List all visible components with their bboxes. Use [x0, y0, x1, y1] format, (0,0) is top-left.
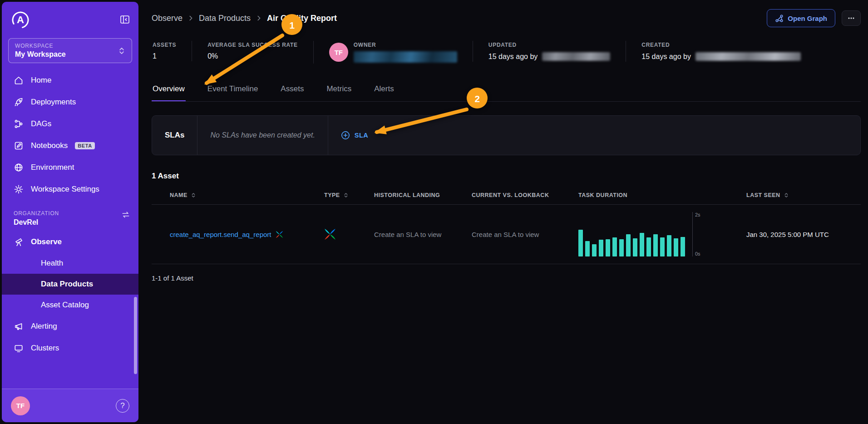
telescope-icon	[14, 237, 24, 247]
asset-count: 1 Asset	[152, 172, 861, 181]
dag-branch-icon	[14, 119, 24, 129]
column-header-historical-landing: HISTORICAL LANDING	[374, 186, 472, 204]
sidebar-item-notebooks[interactable]: Notebooks BETA	[2, 135, 138, 157]
logo-letter: A	[17, 14, 24, 25]
workspace-label: WORKSPACE	[15, 43, 66, 49]
task-duration-bars	[578, 212, 693, 256]
sidebar-footer: TF ?	[2, 389, 138, 422]
chevron-updown-icon	[118, 46, 125, 55]
help-icon[interactable]: ?	[116, 399, 129, 413]
stat-label: CREATED	[641, 42, 801, 48]
tab-assets[interactable]: Assets	[280, 79, 305, 101]
organization-label: ORGANIZATION	[14, 210, 59, 217]
stat-label: UPDATED	[488, 42, 611, 48]
updated-value: 15 days ago by	[488, 53, 538, 61]
stat-owner: TF OWNER	[313, 41, 473, 64]
duration-bar	[578, 230, 583, 256]
duration-bar	[606, 239, 610, 256]
sidebar-item-health[interactable]: Health	[2, 253, 138, 274]
open-graph-button[interactable]: Open Graph	[767, 9, 835, 27]
page-title: Air Quality Report	[267, 14, 337, 23]
tab-alerts[interactable]: Alerts	[373, 79, 395, 101]
sort-icon	[191, 192, 196, 198]
stat-sla-success-rate: AVERAGE SLA SUCCESS RATE 0%	[192, 41, 313, 61]
chart-min-label: 0s	[695, 251, 700, 256]
asset-table-row: create_aq_report.send_aq_report	[152, 205, 861, 264]
add-sla-label: SLA	[355, 132, 368, 139]
sidebar-item-deployments[interactable]: Deployments	[2, 91, 138, 113]
duration-bar	[667, 235, 671, 256]
graph-icon	[775, 14, 784, 23]
stat-label: OWNER	[354, 42, 457, 48]
sidebar-nav: Home Deployments DAGs	[2, 69, 138, 200]
tab-metrics[interactable]: Metrics	[326, 79, 352, 101]
stat-updated: UPDATED 15 days ago by	[473, 41, 626, 62]
breadcrumb-data-products[interactable]: Data Products	[199, 14, 251, 23]
redacted-owner-name	[354, 51, 457, 63]
duration-bar	[592, 244, 597, 256]
stat-created: CREATED 15 days ago by	[626, 41, 816, 62]
stat-label: ASSETS	[153, 42, 176, 48]
sidebar-item-data-products[interactable]: Data Products	[2, 274, 138, 295]
sidebar-item-alerting[interactable]: Alerting	[2, 316, 138, 337]
stat-value: 1	[153, 52, 176, 60]
column-header-last-seen[interactable]: LAST SEEN	[746, 186, 861, 204]
workspace-selector[interactable]: WORKSPACE My Workspace	[8, 38, 132, 63]
monitor-icon	[14, 343, 24, 353]
megaphone-icon	[14, 321, 24, 331]
sidebar-item-label: Environment	[31, 163, 74, 172]
stat-label: AVERAGE SLA SUCCESS RATE	[207, 42, 298, 48]
sidebar-item-asset-catalog[interactable]: Asset Catalog	[2, 295, 138, 316]
sidebar-item-label: Health	[41, 259, 63, 267]
beta-badge: BETA	[75, 142, 95, 149]
sidebar-item-label: Alerting	[31, 322, 57, 331]
task-duration-chart: 2s 0s	[578, 212, 715, 256]
duration-bar	[599, 240, 603, 256]
column-header-task-duration: TASK DURATION	[578, 186, 746, 204]
sidebar-item-label: Deployments	[31, 98, 76, 107]
user-avatar[interactable]: TF	[11, 396, 30, 415]
breadcrumb: Observe Data Products Air Quality Report	[152, 14, 337, 23]
tab-event-timeline[interactable]: Event Timeline	[207, 79, 259, 101]
duration-bar	[646, 237, 651, 256]
sidebar-item-label: Observe	[31, 237, 62, 247]
owner-avatar: TF	[329, 43, 348, 62]
duration-bar	[660, 237, 665, 256]
last-seen-cell: Jan 30, 2025 5:00 PM UTC	[746, 231, 861, 238]
chevron-right-icon	[187, 15, 194, 22]
more-options-button[interactable]	[842, 10, 861, 26]
chevron-right-icon	[255, 15, 262, 22]
gear-icon	[14, 184, 24, 194]
open-graph-label: Open Graph	[788, 15, 827, 22]
swap-org-icon[interactable]	[121, 210, 130, 219]
sidebar-collapse-icon[interactable]	[119, 14, 130, 25]
ellipsis-icon	[847, 14, 856, 22]
tab-overview[interactable]: Overview	[152, 79, 186, 101]
slas-title: SLAs	[152, 116, 197, 155]
sidebar-scrollbar[interactable]	[134, 297, 137, 374]
column-header-type[interactable]: TYPE	[324, 186, 374, 204]
sidebar-item-home[interactable]: Home	[2, 69, 138, 91]
sidebar-item-clusters[interactable]: Clusters	[2, 337, 138, 359]
globe-icon	[14, 163, 24, 173]
historical-landing-cell: Create an SLA to view	[374, 231, 472, 238]
sort-icon	[343, 192, 349, 198]
duration-bar	[626, 234, 631, 256]
asset-name-link[interactable]: create_aq_report.send_aq_report	[170, 231, 271, 238]
sidebar-item-dags[interactable]: DAGs	[2, 113, 138, 135]
sidebar-item-workspace-settings[interactable]: Workspace Settings	[2, 178, 138, 200]
redacted-updated-by	[542, 52, 610, 61]
column-header-name[interactable]: NAME	[170, 186, 324, 204]
sidebar: A WORKSPACE My Workspace	[2, 2, 138, 422]
breadcrumb-observe[interactable]: Observe	[152, 14, 182, 23]
notebook-pencil-icon	[14, 141, 24, 151]
sidebar-item-label: Workspace Settings	[31, 185, 99, 194]
sidebar-item-observe[interactable]: Observe	[2, 231, 138, 253]
plus-circle-icon	[341, 131, 350, 140]
column-header-current-vs-lookback: CURRENT VS. LOOKBACK	[472, 186, 578, 204]
duration-bar	[653, 234, 658, 256]
stats-bar: ASSETS 1 AVERAGE SLA SUCCESS RATE 0% TF …	[152, 41, 861, 64]
add-sla-button[interactable]: SLA	[328, 116, 381, 155]
sidebar-item-environment[interactable]: Environment	[2, 157, 138, 178]
current-vs-lookback-cell: Create an SLA to view	[472, 231, 578, 238]
